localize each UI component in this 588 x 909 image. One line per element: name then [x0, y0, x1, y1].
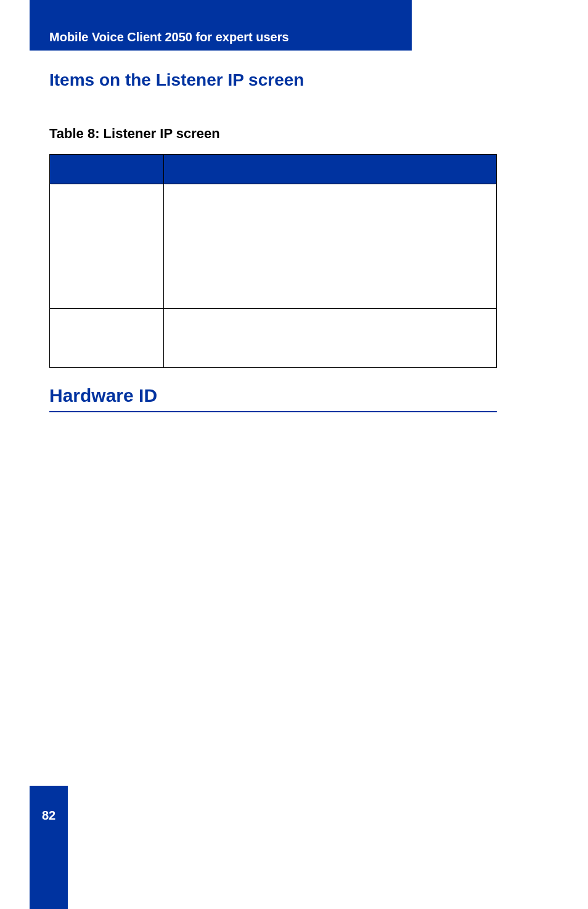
table-cell	[164, 309, 497, 368]
table-header-cell-1	[50, 155, 164, 184]
table-cell	[164, 184, 497, 309]
table-header-cell-2	[164, 155, 497, 184]
table-row	[50, 309, 497, 368]
listener-ip-table	[49, 154, 497, 368]
table-row	[50, 184, 497, 309]
table-cell	[50, 184, 164, 309]
table-cell	[50, 309, 164, 368]
section-heading-listener: Items on the Listener IP screen	[49, 70, 304, 90]
section-heading-hardware: Hardware ID	[49, 385, 497, 412]
footer-tab	[30, 786, 68, 909]
table-caption: Table 8: Listener IP screen	[49, 126, 220, 142]
page-number: 82	[30, 809, 68, 823]
table-header-row	[50, 155, 497, 184]
page-header-title: Mobile Voice Client 2050 for expert user…	[49, 30, 289, 44]
